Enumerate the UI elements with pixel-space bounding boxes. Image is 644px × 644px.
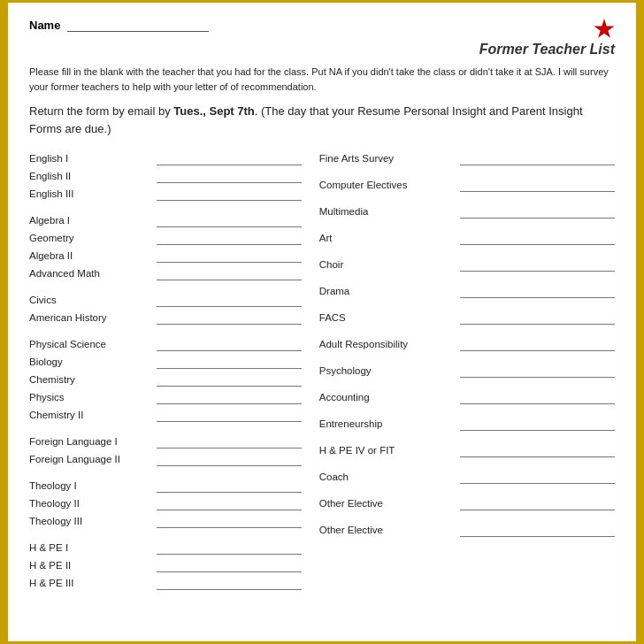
subject-label: Accounting	[319, 390, 456, 404]
subject-row: Adult Responsibility	[319, 335, 615, 351]
subject-row: Foreign Language II	[29, 450, 302, 466]
subject-label: Computer Electives	[319, 178, 456, 192]
subject-label: Chemistry II	[29, 408, 153, 422]
subject-row: Other Elective	[319, 494, 615, 510]
instructions-text: Please fill in the blank with the teache…	[29, 65, 615, 94]
subject-input-line[interactable]	[157, 153, 302, 165]
subject-row: Geometry	[29, 229, 302, 245]
subject-label: Geometry	[29, 231, 153, 245]
subject-label: Physics	[29, 390, 153, 404]
subject-label: Theology III	[29, 514, 153, 528]
subject-input-line[interactable]	[460, 312, 615, 325]
subject-row: Physics	[29, 388, 302, 404]
subject-input-line[interactable]	[460, 339, 615, 351]
return-notice: Return the form by email by Tues., Sept …	[29, 103, 615, 137]
subject-input-line[interactable]	[460, 286, 615, 298]
subject-input-line[interactable]	[157, 339, 302, 351]
subject-row: Advanced Math	[29, 264, 302, 280]
subject-input-line[interactable]	[157, 578, 302, 590]
subject-row: Drama	[319, 282, 615, 298]
subject-row: English III	[29, 185, 302, 201]
subject-input-line[interactable]	[157, 542, 302, 555]
right-column: Fine Arts SurveyComputer ElectivesMultim…	[310, 150, 615, 601]
subject-label: English II	[29, 169, 153, 183]
name-input-line[interactable]	[67, 19, 209, 32]
subject-input-line[interactable]	[460, 525, 615, 537]
subject-label: Fine Arts Survey	[319, 151, 456, 165]
subject-input-line[interactable]	[157, 480, 302, 493]
subject-row: H & PE I	[29, 539, 302, 555]
subject-input-line[interactable]	[157, 374, 302, 387]
subject-group-right-14: Other Elective	[319, 521, 615, 537]
subject-input-line[interactable]	[460, 498, 615, 510]
subject-label: FACS	[319, 310, 456, 325]
subject-row: Entreneurship	[319, 415, 615, 431]
subject-input-line[interactable]	[157, 295, 302, 307]
subject-input-line[interactable]	[157, 498, 302, 510]
subject-input-line[interactable]	[460, 233, 615, 245]
subject-input-line[interactable]	[157, 268, 302, 280]
subject-row: Physical Science	[29, 335, 302, 351]
subject-input-line[interactable]	[157, 250, 302, 263]
subject-input-line[interactable]	[460, 472, 615, 484]
subject-input-line[interactable]	[157, 560, 302, 572]
subject-input-line[interactable]	[157, 356, 302, 369]
subject-label: Adult Responsibility	[319, 337, 456, 351]
subject-input-line[interactable]	[460, 392, 615, 404]
return-date: Tues., Sept 7th	[173, 104, 255, 118]
subject-label: English I	[29, 151, 153, 165]
subject-input-line[interactable]	[157, 410, 302, 422]
subject-label: American History	[29, 310, 153, 325]
subject-group-right-4: Choir	[319, 256, 615, 272]
subject-group-right-11: H & PE IV or FIT	[319, 441, 615, 457]
subject-label: Foreign Language I	[29, 434, 153, 448]
subject-row: Coach	[319, 468, 615, 484]
subject-group-left-5: Theology ITheology IITheology III	[29, 477, 302, 528]
subject-label: Psychology	[319, 364, 456, 378]
subject-group-right-13: Other Elective	[319, 494, 615, 510]
subject-label: H & PE IV or FIT	[319, 443, 456, 457]
name-label: Name	[29, 19, 60, 32]
subject-input-line[interactable]	[157, 233, 302, 245]
subject-input-line[interactable]	[460, 418, 615, 431]
subject-label: Coach	[319, 470, 456, 484]
page-container: Name Former Teacher List Please fill in …	[0, 0, 644, 644]
subject-input-line[interactable]	[157, 188, 302, 201]
subject-row: H & PE IV or FIT	[319, 441, 615, 457]
subject-input-line[interactable]	[157, 516, 302, 528]
subject-input-line[interactable]	[157, 312, 302, 325]
header-right: Former Teacher List	[479, 19, 615, 58]
logo-icon	[594, 19, 615, 40]
subject-group-right-3: Art	[319, 229, 615, 245]
subject-label: Multimedia	[319, 204, 456, 218]
subject-group-right-2: Multimedia	[319, 203, 615, 218]
subject-label: Physical Science	[29, 337, 153, 351]
subject-input-line[interactable]	[460, 206, 615, 218]
subject-group-right-7: Adult Responsibility	[319, 335, 615, 351]
subject-input-line[interactable]	[157, 454, 302, 466]
subject-group-left-0: English IEnglish IIEnglish III	[29, 150, 302, 201]
page-title: Former Teacher List	[479, 42, 615, 58]
subject-input-line[interactable]	[460, 180, 615, 192]
subject-input-line[interactable]	[157, 171, 302, 183]
subject-input-line[interactable]	[460, 259, 615, 272]
subject-input-line[interactable]	[157, 436, 302, 448]
subject-label: H & PE III	[29, 576, 153, 590]
subject-row: Psychology	[319, 362, 615, 378]
subject-input-line[interactable]	[157, 215, 302, 227]
subject-label: Theology I	[29, 479, 153, 493]
subject-label: H & PE I	[29, 540, 153, 555]
subject-input-line[interactable]	[460, 365, 615, 378]
subject-row: English II	[29, 167, 302, 183]
subject-row: Other Elective	[319, 521, 615, 537]
subject-row: Civics	[29, 291, 302, 307]
subject-row: Foreign Language I	[29, 433, 302, 448]
subject-label: Advanced Math	[29, 266, 153, 280]
subject-group-right-0: Fine Arts Survey	[319, 150, 615, 165]
subject-label: Algebra I	[29, 213, 153, 227]
subject-label: Other Elective	[319, 523, 456, 537]
subject-input-line[interactable]	[460, 153, 615, 165]
subject-input-line[interactable]	[460, 445, 615, 457]
subject-label: Biology	[29, 355, 153, 369]
subject-input-line[interactable]	[157, 392, 302, 404]
